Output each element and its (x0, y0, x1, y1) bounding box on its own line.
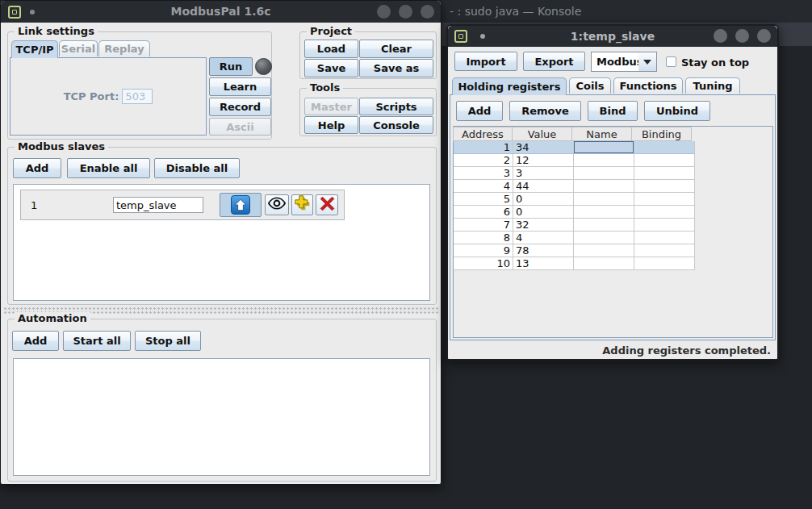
column-header-address[interactable]: Address (453, 127, 513, 141)
maximize-button[interactable] (399, 5, 412, 19)
cell-address[interactable]: 3 (454, 167, 513, 180)
cell-binding[interactable] (634, 244, 695, 257)
close-button[interactable] (757, 29, 771, 43)
scripts-button[interactable]: Scripts (359, 98, 433, 115)
cell-binding[interactable] (634, 180, 695, 193)
stay-on-top-checkbox[interactable] (666, 56, 676, 67)
cell-name[interactable] (574, 206, 634, 219)
register-row[interactable]: 732 (454, 219, 695, 232)
stop-all-button[interactable]: Stop all (135, 331, 201, 351)
cell-value[interactable]: 78 (513, 244, 574, 257)
register-row[interactable]: 212 (454, 154, 695, 167)
register-row[interactable]: 1013 (454, 257, 695, 270)
register-row[interactable]: 134 (454, 141, 695, 154)
slave-delete-button[interactable] (316, 194, 338, 215)
cell-name[interactable] (574, 244, 634, 257)
cell-address[interactable]: 4 (454, 180, 513, 193)
register-bind-button[interactable]: Bind (588, 101, 638, 121)
disable-all-button[interactable]: Disable all (154, 158, 240, 178)
minimize-button[interactable] (714, 29, 727, 43)
tab-functions[interactable]: Functions (613, 77, 683, 94)
cell-value[interactable]: 34 (513, 141, 574, 154)
slave-duplicate-button[interactable] (291, 194, 313, 215)
register-row[interactable]: 33 (454, 167, 695, 180)
cell-binding[interactable] (634, 193, 695, 206)
cell-address[interactable]: 9 (454, 244, 513, 257)
column-header-binding[interactable]: Binding (631, 127, 692, 141)
enable-all-button[interactable]: Enable all (67, 158, 150, 178)
save-button[interactable]: Save (304, 59, 358, 77)
register-row[interactable]: 60 (454, 206, 695, 219)
cell-value[interactable]: 3 (513, 167, 574, 180)
export-button[interactable]: Export (523, 52, 585, 71)
cell-value[interactable]: 12 (513, 154, 574, 167)
register-row[interactable]: 50 (454, 193, 695, 206)
column-header-value[interactable]: Value (512, 127, 572, 141)
minimize-button[interactable] (377, 5, 391, 19)
protocol-combobox[interactable]: Modbus (591, 52, 639, 72)
register-row[interactable]: 84 (454, 232, 695, 244)
clear-button[interactable]: Clear (359, 40, 433, 58)
slave-add-button[interactable]: Add (13, 158, 61, 178)
cell-address[interactable]: 2 (454, 154, 513, 167)
tab-tuning[interactable]: Tuning (685, 77, 740, 94)
cell-value[interactable]: 0 (513, 206, 574, 219)
cell-name[interactable] (574, 219, 634, 232)
start-all-button[interactable]: Start all (63, 331, 131, 351)
column-header-name[interactable]: Name (571, 127, 632, 141)
cell-binding[interactable] (634, 167, 695, 180)
save-as-button[interactable]: Save as (359, 59, 433, 77)
cell-name[interactable] (574, 257, 634, 270)
cell-name[interactable] (574, 167, 634, 180)
learn-button[interactable]: Learn (209, 77, 271, 96)
console-button[interactable]: Console (359, 116, 433, 134)
tab-holding-registers[interactable]: Holding registers (452, 77, 567, 95)
cell-address[interactable]: 8 (454, 232, 513, 244)
cell-name[interactable] (574, 154, 634, 167)
cell-name[interactable] (574, 232, 634, 244)
window-menu-icon[interactable] (454, 30, 467, 43)
cell-value[interactable]: 44 (513, 180, 574, 193)
tab-coils[interactable]: Coils (569, 77, 611, 94)
cell-value[interactable]: 0 (513, 193, 574, 206)
run-button[interactable]: Run (209, 57, 253, 76)
record-button[interactable]: Record (209, 98, 271, 116)
cell-value[interactable]: 4 (513, 232, 574, 244)
temp-slave-titlebar[interactable]: 1:temp_slave (448, 26, 777, 47)
cell-binding[interactable] (634, 232, 695, 244)
register-row[interactable]: 444 (454, 180, 695, 193)
cell-name[interactable] (574, 180, 634, 193)
close-button[interactable] (421, 5, 434, 19)
modbuspal-titlebar[interactable]: ModbusPal 1.6c (1, 1, 441, 23)
cell-value[interactable]: 13 (513, 257, 574, 270)
cell-address[interactable]: 7 (454, 219, 513, 232)
cell-value[interactable]: 32 (513, 219, 574, 232)
tab-tcpip[interactable]: TCP/IP (11, 40, 58, 58)
slave-name-input[interactable] (113, 197, 203, 213)
cell-binding[interactable] (634, 154, 695, 167)
cell-name[interactable] (574, 141, 634, 154)
automation-add-button[interactable]: Add (12, 331, 59, 351)
cell-address[interactable]: 1 (454, 141, 513, 154)
cell-binding[interactable] (634, 257, 695, 270)
import-button[interactable]: Import (454, 52, 517, 71)
maximize-button[interactable] (735, 29, 749, 43)
cell-name[interactable] (574, 193, 634, 206)
slave-enabled-toggle[interactable] (220, 193, 262, 217)
cell-binding[interactable] (634, 219, 695, 232)
cell-binding[interactable] (634, 206, 695, 219)
register-remove-button[interactable]: Remove (509, 101, 581, 121)
cell-binding[interactable] (634, 141, 695, 154)
load-button[interactable]: Load (304, 40, 358, 58)
register-row[interactable]: 978 (454, 244, 695, 257)
cell-address[interactable]: 5 (454, 193, 513, 206)
combobox-arrow-icon[interactable] (638, 52, 657, 72)
window-menu-icon[interactable] (8, 6, 21, 19)
cell-address[interactable]: 6 (454, 206, 513, 219)
slave-view-button[interactable] (265, 194, 289, 215)
cell-address[interactable]: 10 (454, 257, 513, 270)
register-add-button[interactable]: Add (456, 101, 503, 121)
register-unbind-button[interactable]: Unbind (644, 101, 710, 121)
help-button[interactable]: Help (304, 116, 358, 134)
slave-row[interactable]: 1 (20, 190, 345, 220)
